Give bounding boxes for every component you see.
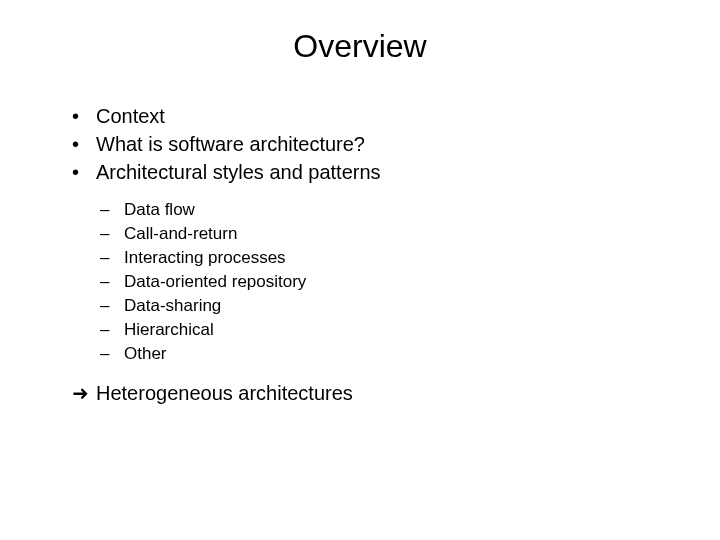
arrow-bullet-item: ➜Heterogeneous architectures [40,380,680,406]
list-item-text: Data flow [124,200,195,219]
list-item: Architectural styles and patterns [72,159,680,185]
arrow-right-icon: ➜ [72,380,96,406]
list-item: Call-and-return [100,223,680,246]
list-item: Context [72,103,680,129]
list-item-text: Architectural styles and patterns [96,161,381,183]
list-item-text: Interacting processes [124,248,286,267]
bullet-list-level1: Context What is software architecture? A… [40,103,680,185]
list-item-text: Heterogeneous architectures [96,382,353,404]
list-item: Other [100,343,680,366]
list-item-text: What is software architecture? [96,133,365,155]
slide-title: Overview [40,28,680,65]
list-item-text: Data-oriented repository [124,272,306,291]
list-item-text: Call-and-return [124,224,237,243]
list-item: Hierarchical [100,319,680,342]
slide: Overview Context What is software archit… [0,0,720,540]
list-item-text: Data-sharing [124,296,221,315]
list-item: Data-oriented repository [100,271,680,294]
list-item-text: Other [124,344,167,363]
list-item: Data flow [100,199,680,222]
list-item-text: Context [96,105,165,127]
list-item: What is software architecture? [72,131,680,157]
list-item: Data-sharing [100,295,680,318]
list-item-text: Hierarchical [124,320,214,339]
list-item: Interacting processes [100,247,680,270]
bullet-list-level2: Data flow Call-and-return Interacting pr… [40,199,680,366]
